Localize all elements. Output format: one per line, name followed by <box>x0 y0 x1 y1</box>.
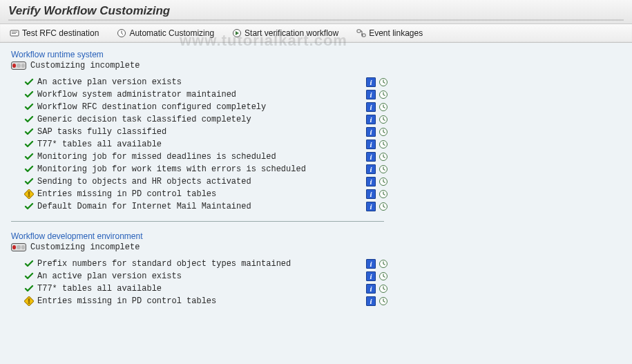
auto-customizing-label: Automatic Customizing <box>129 28 214 38</box>
status-check <box>23 102 35 112</box>
status-check <box>23 77 35 87</box>
check-icon <box>24 127 34 137</box>
execute-icon[interactable] <box>379 296 388 306</box>
list-item: SAP tasks fully classifiedi <box>23 126 621 138</box>
section-devenv-status: Customizing incomplete <box>11 242 621 252</box>
item-actions: i <box>366 77 388 87</box>
execute-icon[interactable] <box>379 202 388 211</box>
traffic-light-icon <box>11 61 26 70</box>
section-devenv-title: Workflow development environment <box>11 231 621 241</box>
status-check <box>23 202 35 211</box>
svg-rect-1 <box>12 32 17 32</box>
title-bar: Verify Workflow Customizing <box>0 0 632 24</box>
list-item: An active plan version existsi <box>23 76 621 88</box>
execute-icon[interactable] <box>379 152 388 162</box>
info-icon[interactable]: i <box>366 177 376 186</box>
item-actions: i <box>366 271 388 281</box>
info-icon[interactable]: i <box>366 90 376 99</box>
auto-customizing-button[interactable]: Automatic Customizing <box>114 27 217 39</box>
info-icon[interactable]: i <box>366 284 376 294</box>
info-icon[interactable]: i <box>366 202 376 211</box>
check-icon <box>24 284 34 294</box>
check-icon <box>24 102 34 112</box>
execute-icon[interactable] <box>379 271 388 281</box>
list-item: Generic decision task classified complet… <box>23 113 621 126</box>
check-icon <box>24 140 34 149</box>
status-check <box>23 284 35 294</box>
item-actions: i <box>366 90 388 99</box>
list-item: Entries missing in PD control tablesi <box>23 295 621 307</box>
status-check <box>23 177 35 186</box>
section-runtime-status: Customizing incomplete <box>11 61 621 70</box>
rfc-icon <box>10 28 19 38</box>
info-icon[interactable]: i <box>366 296 376 306</box>
item-label: T77* tables all available <box>35 140 366 149</box>
execute-icon[interactable] <box>379 102 388 112</box>
info-icon[interactable]: i <box>366 140 376 149</box>
info-icon[interactable]: i <box>366 77 376 87</box>
section-runtime: Workflow runtime system Customizing inco… <box>11 50 621 213</box>
warning-icon <box>24 296 34 306</box>
check-icon <box>24 164 34 174</box>
status-check <box>23 152 35 162</box>
list-item: T77* tables all availablei <box>23 282 621 295</box>
svg-rect-25 <box>28 299 30 303</box>
event-linkages-button[interactable]: Event linkages <box>354 27 425 39</box>
svg-rect-2 <box>12 33 16 34</box>
execute-icon[interactable] <box>379 259 388 269</box>
info-icon[interactable]: i <box>366 127 376 137</box>
status-check <box>23 164 35 174</box>
info-icon[interactable]: i <box>366 115 376 124</box>
execute-icon[interactable] <box>379 177 388 186</box>
item-actions: i <box>366 296 388 306</box>
list-item: An active plan version existsi <box>23 270 621 282</box>
title-underline <box>8 19 624 21</box>
status-check <box>23 115 35 124</box>
item-label: Monitoring job for work items with error… <box>35 164 366 174</box>
check-icon <box>24 77 34 87</box>
info-icon[interactable]: i <box>366 164 376 174</box>
execute-icon[interactable] <box>379 90 388 99</box>
section-devenv: Workflow development environment Customi… <box>11 231 621 307</box>
page-title: Verify Workflow Customizing <box>8 4 624 18</box>
status-warning <box>23 296 35 306</box>
execute-icon[interactable] <box>379 164 388 174</box>
list-item: Entries missing in PD control tablesi <box>23 188 621 200</box>
devenv-list: Prefix numbers for standard object types… <box>23 258 621 307</box>
list-item: Workflow system administrator maintained… <box>23 88 621 101</box>
info-icon[interactable]: i <box>366 259 376 269</box>
info-icon[interactable]: i <box>366 271 376 281</box>
test-rfc-button[interactable]: Test RFC destination <box>7 27 102 39</box>
item-label: Workflow RFC destination configured comp… <box>35 102 366 112</box>
execute-icon[interactable] <box>379 77 388 87</box>
info-icon[interactable]: i <box>366 102 376 112</box>
item-actions: i <box>366 140 388 149</box>
execute-icon[interactable] <box>379 189 388 199</box>
item-label: SAP tasks fully classified <box>35 127 366 137</box>
test-rfc-label: Test RFC destination <box>22 28 99 38</box>
item-actions: i <box>366 164 388 174</box>
execute-icon[interactable] <box>379 140 388 149</box>
runtime-list: An active plan version existsiWorkflow s… <box>23 76 621 213</box>
list-item: Monitoring job for work items with error… <box>23 163 621 175</box>
item-label: Workflow system administrator maintained <box>35 90 366 99</box>
svg-rect-26 <box>28 303 30 304</box>
list-item: Default Domain for Internet Mail Maintai… <box>23 200 621 213</box>
info-icon[interactable]: i <box>366 189 376 199</box>
item-label: An active plan version exists <box>35 77 366 87</box>
check-icon <box>24 115 34 124</box>
item-actions: i <box>366 284 388 294</box>
item-label: Entries missing in PD control tables <box>35 296 366 306</box>
info-icon[interactable]: i <box>366 152 376 162</box>
execute-icon[interactable] <box>379 115 388 124</box>
svg-rect-18 <box>28 195 30 197</box>
list-item: Sending to objects and HR objects activa… <box>23 175 621 188</box>
execute-icon[interactable] <box>379 284 388 294</box>
section-devenv-status-text: Customizing incomplete <box>30 242 140 252</box>
start-verification-button[interactable]: Start verification workflow <box>229 27 341 39</box>
clock-gear-icon <box>117 28 126 38</box>
start-verification-label: Start verification workflow <box>245 28 338 38</box>
list-item: Prefix numbers for standard object types… <box>23 258 621 270</box>
execute-icon[interactable] <box>379 127 388 137</box>
item-actions: i <box>366 127 388 137</box>
